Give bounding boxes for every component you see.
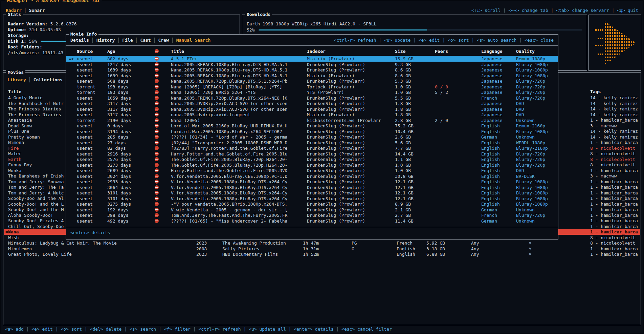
movie-title-cell: Earth	[8, 156, 21, 162]
search-result-row[interactable]: usenet2689 daysHarry.Potter.and.the.Gobl…	[66, 168, 558, 173]
result-indexer-cell: Torlock (Prowlarr)	[307, 84, 355, 90]
movie-studio-cell: HBO Documentary Films	[222, 251, 278, 257]
keybinding-separator: |	[334, 327, 341, 332]
result-age-cell: 82 days	[107, 145, 126, 151]
result-quality-cell: Bluray-720p	[516, 84, 545, 90]
result-language-cell: English	[481, 145, 500, 151]
search-result-row[interactable]: torrent193 daysNana (2005) 720p BRRip x2…	[66, 89, 558, 95]
result-language-cell: Japanese	[481, 112, 503, 118]
search-result-row[interactable]: usenet3024 daysV.for.Vendetta.2005.Blu-r…	[66, 173, 558, 179]
result-indexer-cell: DrunkenSlug (Prowlarr)	[307, 162, 365, 168]
result-age-cell: 3194 days	[107, 129, 131, 134]
search-result-row[interactable]: usenet3117 daysnana.2005.dvdrip.xvid.fra…	[66, 112, 558, 118]
result-size-cell: 14.4 GB	[395, 151, 414, 157]
movie-title-cell: Wish	[8, 235, 19, 241]
result-age-cell: 2689 days	[107, 168, 131, 173]
result-size-cell: 1.0 GB	[395, 162, 411, 168]
keybinding-separator: |	[286, 327, 294, 332]
rejected-icon	[155, 180, 159, 184]
search-result-row[interactable]: usenet285 days(????) [01/34] - "Lord of …	[66, 134, 558, 140]
result-title-cell: Nana.2005.DVDRip.XviD.AC3-SVO (or other …	[171, 101, 287, 106]
search-result-row[interactable]: usenet1217 daysNana.2005.REPACK.1080p.Bl…	[66, 62, 558, 67]
result-age-cell: 3101 days	[107, 196, 131, 202]
movie-title-cell: Scooby-Doo! Pirates A	[8, 218, 64, 224]
search-result-row[interactable]: usenet3273 daysThe.Goblet.Of.Fire.2005.B…	[66, 162, 558, 168]
search-result-row[interactable]: torrent193 daysNana (2005) [REPACK] [720…	[66, 84, 558, 90]
search-result-row[interactable]: usenet3194 daysLord.of.War.2005.1080p.Bl…	[66, 129, 558, 134]
movie-title-cell: Minutemen	[8, 246, 32, 252]
result-indexer-cell: Miatrix (Prowlarr)	[307, 73, 355, 79]
movie-title-cell: Scooby-Doo and the Al	[8, 195, 64, 201]
result-age-cell: 192 days	[107, 207, 129, 213]
search-result-row[interactable]: =>usenet802 daysA 5.1-PTerMiatrix (Prowl…	[66, 56, 558, 62]
search-result-row[interactable]: usenet82 days[02/83] "Harry.Potter.and.t…	[66, 145, 558, 151]
search-result-row[interactable]: usenet1639 daysNana.2005.REPACK.1080p.Bl…	[66, 73, 558, 79]
search-result-row[interactable]: usenet2993 daysV.for.Vendetta.2005.1080p…	[66, 179, 558, 185]
result-language-cell: Japanese	[481, 101, 503, 106]
result-size-cell: 1.8 GB	[395, 106, 411, 112]
keybinding-hint: <↑↓> scroll	[471, 8, 501, 13]
search-result-row[interactable]: usenet192 daysV wie Vendetta - 2005 - ge…	[66, 207, 558, 213]
result-source-cell: usenet	[77, 140, 93, 146]
keybinding-hint: <ctrl-r> refresh	[198, 327, 241, 332]
result-quality-cell: Bluray-1080p	[516, 62, 548, 67]
search-result-row[interactable]: usenet2576 daysThe.Goblet.Of.Fire.2005.B…	[66, 156, 558, 162]
movie-row[interactable]: Miraculous: Ladybug & Cat Noir, The Movi…	[4, 240, 640, 246]
movie-row[interactable]: Great Photo, Lovely Life2023HBO Document…	[4, 251, 640, 257]
result-language-cell: Japanese	[481, 67, 503, 73]
search-result-row[interactable]: usenet27 days[02/44] "Transporter 2.2005…	[66, 140, 558, 146]
result-language-cell: English	[481, 151, 500, 157]
search-result-row[interactable]: usenet0 daysLord.of.War.2005.2160p.BluRa…	[66, 123, 558, 129]
result-age-cell: 193 days	[107, 84, 129, 90]
movie-row[interactable]: Minutemen2008Salty Pictures1h 31mGEnglis…	[4, 246, 640, 252]
search-result-row[interactable]: usenet3064 daysV.for.Vendetta.2005.1080p…	[66, 185, 558, 190]
result-size-cell: 2.6 GB	[395, 134, 411, 140]
search-result-row[interactable]: usenet492 days(????) [01/65] - "Miss Und…	[66, 218, 558, 224]
result-size-cell: 1.0 GB	[395, 168, 411, 173]
result-source-cell: usenet	[77, 56, 93, 62]
tab-separator: │	[22, 8, 29, 13]
search-result-row[interactable]: usenet1639 daysNana.2005.REPACK.1080p.Bl…	[66, 67, 558, 73]
result-source-cell: usenet	[77, 67, 93, 73]
movie-tags-cell: 8 - nicolecolvett	[590, 151, 635, 156]
result-size-cell: 2.7 GB	[395, 212, 411, 218]
movie-tags-cell: 8 - nicolecolvett	[590, 156, 635, 162]
sort-descending-icon[interactable]: ▼	[77, 48, 80, 54]
result-title-cell: Lord.of.War.2005.1080p.BluRay.x264-SECTO…	[171, 129, 282, 134]
result-source-cell: usenet	[77, 134, 93, 140]
movie-tags-cell: 8 - nicolecolvett	[590, 240, 635, 246]
result-title-cell: Nana (2005)	[171, 118, 200, 123]
result-source-cell: usenet	[77, 173, 93, 179]
search-result-row[interactable]: usenet3101 daysV.for.Vendetta.2005.1080p…	[66, 190, 558, 196]
search-result-row[interactable]: usenet2916 daysHarry.Potter.and.the.Gobl…	[66, 151, 558, 157]
rejected-icon	[155, 141, 159, 145]
search-results-table: Source ▼ Age Title Indexer Size Peers La…	[66, 35, 558, 239]
keybinding-separator: |	[82, 327, 90, 332]
search-result-row[interactable]: usenet3117 daysNana.2005.DVDRip.XviD.AC3…	[66, 106, 558, 112]
result-age-cell: 1059 days	[107, 95, 131, 101]
search-result-row[interactable]: usenet3275 days-"V pour vendetta.2005.BR…	[66, 201, 558, 207]
search-result-row[interactable]: usenet3101 daysV.for.Vendetta.2005.1080p…	[66, 196, 558, 202]
search-result-row[interactable]: usenet508 daysNana.2005.REPACK.720p.BluR…	[66, 78, 558, 84]
keybinding-hint: <enter> details	[70, 230, 110, 235]
search-result-row[interactable]: usenet1059 daysNana.2005.FRENCH.720p.Blu…	[66, 95, 558, 101]
keybinding-separator: |	[24, 327, 31, 332]
keybinding-hint: <s> search	[130, 327, 156, 332]
movie-tags-cell: 1 - hamilcar_barca	[590, 190, 638, 196]
result-indexer-cell: DrunkenSlug (Prowlarr)	[307, 218, 365, 224]
tab-sonarr[interactable]: Sonarr	[29, 8, 45, 13]
result-language-cell: Japanese	[481, 78, 503, 84]
movie-tags-cell: 1 - hamilcar_barca	[590, 195, 638, 201]
search-result-row[interactable]: usenet398 daysTom.And.Jerry.The.Fast.And…	[66, 212, 558, 218]
result-size-cell: 2.1 GB	[395, 207, 411, 213]
result-age-cell: 1639 days	[107, 67, 131, 73]
rejected-icon	[155, 146, 159, 150]
search-result-row[interactable]: torrent2190 daysNana (2005)kickasstorren…	[66, 118, 558, 123]
result-age-cell: 398 days	[107, 212, 129, 218]
stats-panel-title: Stats	[6, 12, 23, 17]
result-source-cell: usenet	[77, 190, 93, 196]
result-quality-cell: Bluray-720p	[516, 162, 545, 168]
top-keybindings: <↑↓> scroll | <←→> change tab | <tab> ch…	[471, 7, 638, 13]
search-result-row[interactable]: usenet3117 daysNana.2005.DVDRip.XviD.AC3…	[66, 101, 558, 106]
keybinding-hint: <o> sort	[61, 327, 82, 332]
